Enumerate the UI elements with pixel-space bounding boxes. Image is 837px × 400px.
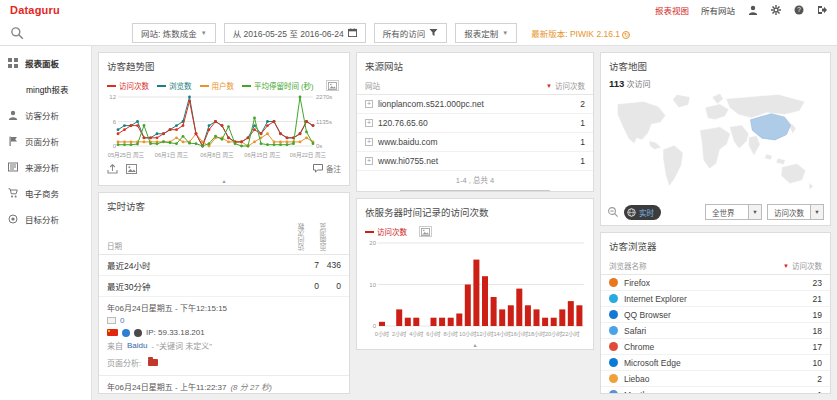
sidebar-item[interactable]: 访客分析	[0, 102, 91, 128]
bar[interactable]	[482, 276, 488, 326]
world-map[interactable]	[607, 90, 824, 202]
referrer-link[interactable]: Baidu	[127, 341, 147, 350]
bar[interactable]	[448, 318, 454, 326]
bar[interactable]	[431, 318, 437, 326]
referrer-row[interactable]: +120.76.65.601	[357, 114, 593, 133]
browser-name: QQ Browser	[624, 310, 671, 320]
sidebar-item[interactable]: 目标分析	[0, 206, 91, 232]
image-export-icon[interactable]	[326, 80, 339, 91]
bar[interactable]	[525, 305, 531, 326]
referrer-keyword: - “关键词 未定义”	[151, 340, 211, 351]
nav-report-view[interactable]: 报表视图	[655, 4, 689, 16]
sidebar-item[interactable]: 报表面板	[0, 50, 91, 76]
bar[interactable]	[568, 301, 574, 326]
bar[interactable]	[542, 318, 548, 326]
nav-all-websites[interactable]: 所有网站	[701, 4, 735, 16]
legend-item[interactable]: 访问次数	[107, 80, 149, 91]
browser-row[interactable]: Firefox23	[601, 275, 830, 291]
zoom-out-icon[interactable]	[607, 206, 619, 218]
bar[interactable]	[551, 318, 557, 326]
referrer-row[interactable]: +www.baidu.com1	[357, 133, 593, 152]
bar[interactable]	[516, 289, 522, 326]
bar[interactable]	[576, 305, 582, 326]
browser-name: Maxthon	[624, 390, 657, 395]
svg-text:0: 0	[113, 143, 117, 149]
bar[interactable]	[559, 309, 565, 326]
sidebar-item-label: 页面分析	[25, 135, 59, 147]
browser-row[interactable]: Microsoft Edge10	[601, 355, 830, 371]
browser-row[interactable]: Chrome17	[601, 339, 830, 355]
bar[interactable]	[534, 309, 540, 326]
col-pageviews: 页面浏览	[319, 219, 341, 251]
expand-icon[interactable]: +	[365, 157, 373, 165]
sidebar-subitem[interactable]: mingth报表	[0, 76, 91, 102]
sidebar-item-label: 访客分析	[25, 109, 59, 121]
map-metric-select[interactable]: 访问次数▼	[767, 204, 824, 220]
expand-icon[interactable]: +	[365, 138, 373, 146]
visit-duration: (8 分 27 秒)	[230, 381, 271, 392]
widget-collapse-caret[interactable]: ▴	[357, 342, 593, 349]
edge-icon	[609, 358, 618, 367]
browser-row[interactable]: QQ Browser19	[601, 307, 830, 323]
referrer-row[interactable]: +www.hi0755.net1	[357, 152, 593, 171]
bar[interactable]	[405, 318, 411, 326]
page-folder-icon[interactable]	[148, 359, 158, 366]
annotations-button[interactable]: 备注	[313, 163, 341, 174]
sidebar-item[interactable]: 页面分析	[0, 128, 91, 154]
table-row: 最近30分钟 0 0	[99, 276, 349, 297]
annotation-bubble-icon	[313, 164, 323, 173]
image-export-icon[interactable]	[126, 164, 137, 174]
bar[interactable]	[491, 297, 497, 326]
widget-collapse-caret[interactable]: ▴	[99, 178, 349, 185]
bar[interactable]	[439, 318, 445, 326]
sidebar-item[interactable]: 来源分析	[0, 154, 91, 180]
date-range-selector[interactable]: 从 2016-05-25 至 2016-06-24	[224, 23, 366, 43]
col-visits[interactable]: 访问次数	[555, 80, 585, 91]
svg-text:6小时: 6小时	[426, 330, 441, 338]
browser-name: Microsoft Edge	[624, 358, 681, 368]
site-selector[interactable]: 网站: 炼数成金▼	[132, 23, 216, 43]
bar[interactable]	[465, 285, 471, 327]
segment-selector[interactable]: 所有的访问	[374, 23, 448, 43]
chrome-icon	[609, 342, 618, 351]
browser-row[interactable]: Safari18	[601, 323, 830, 339]
liebao-icon	[609, 374, 618, 383]
browser-row[interactable]: Liebao2	[601, 371, 830, 387]
legend-item[interactable]: 浏览数	[157, 80, 192, 91]
version-label[interactable]: 最新版本: PIWIK 2.16.1 ↻	[531, 27, 630, 39]
goals-icon	[8, 214, 19, 225]
referrer-search-input[interactable]	[400, 190, 550, 192]
realtime-map-toggle[interactable]: 实时	[624, 205, 661, 220]
svg-text:20小时: 20小时	[545, 330, 563, 338]
bar[interactable]	[473, 260, 479, 326]
visitor-trend-chart[interactable]: 00s61135s122270s05月25日 周三06月1日 周三06月8日 周…	[105, 92, 343, 161]
signout-icon[interactable]	[816, 5, 827, 16]
bar[interactable]	[396, 309, 402, 326]
search-icon[interactable]	[10, 26, 24, 40]
map-region-select[interactable]: 全世界▼	[705, 204, 762, 220]
legend-item[interactable]: 平均停留时间 (秒)	[242, 80, 314, 91]
expand-icon[interactable]: +	[365, 100, 373, 108]
expand-icon[interactable]: +	[365, 119, 373, 127]
bar[interactable]	[508, 305, 514, 326]
legend-item[interactable]: 访问次数	[365, 226, 407, 237]
legend-item[interactable]: 用户数	[200, 80, 235, 91]
bar[interactable]	[456, 314, 462, 326]
image-export-icon[interactable]	[419, 226, 432, 237]
browser-row[interactable]: Maxthon1	[601, 387, 830, 394]
report-menu[interactable]: 报表定制▼	[455, 23, 517, 43]
browser-row[interactable]: Internet Explorer21	[601, 291, 830, 307]
map-controls: 实时 全世界▼ 访问次数▼	[601, 202, 830, 225]
export-icon[interactable]	[107, 164, 118, 174]
bar[interactable]	[499, 309, 505, 326]
bar[interactable]	[379, 322, 385, 326]
col-visits[interactable]: 访问次数	[792, 260, 822, 271]
referrer-row[interactable]: +lionplancom.s521.000pc.net2	[357, 95, 593, 114]
col-visits: 访问次数	[297, 219, 319, 251]
user-icon[interactable]	[747, 5, 758, 16]
help-icon[interactable]: ?	[793, 5, 804, 16]
bar[interactable]	[413, 318, 419, 326]
server-time-bar-chart[interactable]: 010200小时2小时4小时6小时8小时10小时12小时14小时16小时18小时…	[363, 238, 587, 342]
gear-icon[interactable]	[770, 5, 781, 16]
sidebar-item[interactable]: 电子商务	[0, 180, 91, 206]
